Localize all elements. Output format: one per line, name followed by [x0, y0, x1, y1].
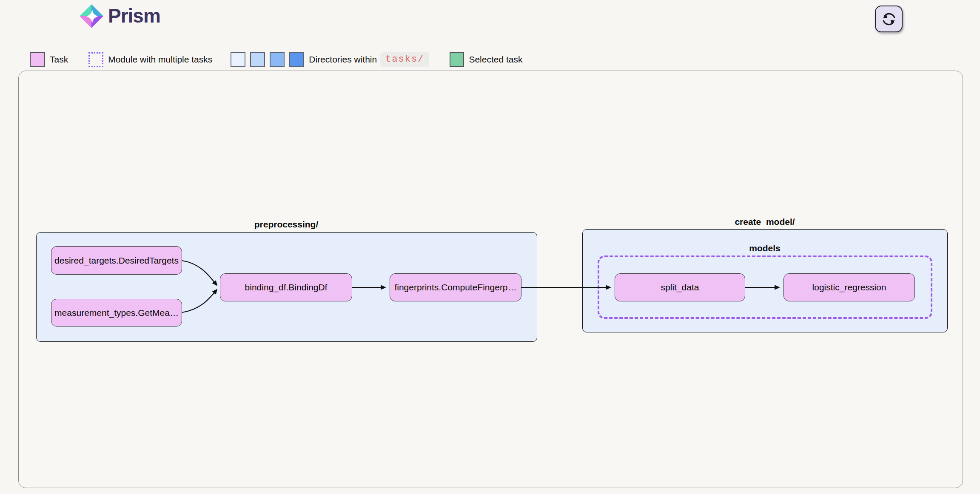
task-node-logistic-regression[interactable]: logistic_regression — [783, 273, 915, 301]
legend-directory-swatch-1 — [231, 52, 245, 67]
header: Prism — [0, 0, 980, 47]
task-node-desired-targets[interactable]: desired_targets.DesiredTargets — [51, 246, 182, 275]
legend-directory-swatch-4 — [289, 52, 304, 67]
refresh-icon — [880, 10, 898, 28]
legend-selected-label: Selected task — [469, 54, 522, 65]
legend: Task Module with multiple tasks Director… — [30, 51, 522, 68]
legend-tasks-path-badge: tasks/ — [380, 52, 429, 67]
group-label-preprocessing: preprocessing/ — [254, 219, 319, 230]
legend-directories-label: Directories within — [309, 54, 377, 65]
legend-module-label: Module with multiple tasks — [108, 54, 212, 65]
legend-selected-swatch — [450, 52, 464, 67]
legend-directory-swatch-2 — [250, 52, 265, 67]
legend-directory-swatch-3 — [270, 52, 285, 67]
prism-logo-icon — [79, 3, 104, 29]
module-label-models: models — [749, 243, 781, 253]
dag-canvas[interactable]: preprocessing/ create_model/ models desi… — [18, 71, 963, 488]
group-label-create-model: create_model/ — [735, 217, 795, 227]
task-node-split-data[interactable]: split_data — [615, 273, 745, 301]
legend-module-swatch — [88, 52, 103, 67]
task-node-binding-df[interactable]: binding_df.BindingDf — [220, 273, 352, 301]
task-node-measurement-types[interactable]: measurement_types.GetMea… — [51, 299, 182, 326]
legend-task-swatch — [30, 52, 45, 67]
task-node-fingerprints[interactable]: fingerprints.ComputeFingerp… — [390, 273, 521, 301]
legend-task-label: Task — [50, 54, 68, 65]
refresh-button[interactable] — [875, 6, 903, 32]
app-title: Prism — [108, 4, 160, 27]
